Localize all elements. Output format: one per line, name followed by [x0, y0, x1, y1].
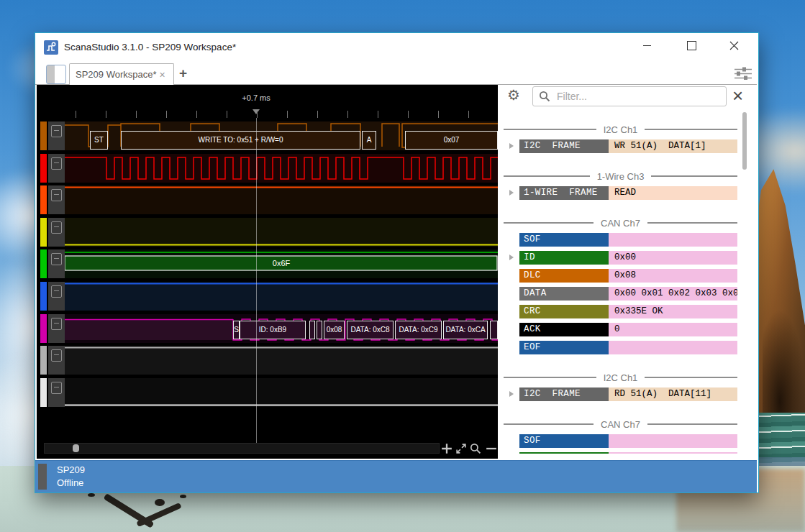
decode-box[interactable] — [317, 321, 322, 339]
decode-box[interactable] — [490, 321, 498, 339]
decode-box[interactable]: ST — [90, 131, 108, 150]
timeline-tick — [468, 111, 469, 118]
item-label: SOF — [519, 434, 609, 448]
tab-close-icon[interactable]: × — [160, 70, 165, 80]
decode-box[interactable]: ID: 0xB9 — [240, 321, 306, 339]
waveform-row-ch5-uart[interactable]: 0x6F — [65, 249, 498, 278]
decode-box[interactable]: 0x08 — [324, 321, 345, 339]
channel-color-strip-ch8[interactable] — [40, 346, 47, 375]
expand-arrow-icon[interactable] — [509, 190, 514, 196]
expand-arrow-icon[interactable] — [509, 143, 514, 149]
channel-collapse-button[interactable] — [51, 318, 62, 330]
item-value — [609, 341, 737, 354]
decoded-item-row[interactable]: I2C FRAMERD 51(A) DATA[11] — [519, 387, 737, 401]
channel-color-strip-ch3-1wire[interactable] — [40, 185, 47, 214]
timeline-tick — [317, 111, 318, 118]
timeline-tick — [76, 111, 76, 118]
waveform-row-ch3-1wire[interactable] — [65, 185, 498, 214]
decoded-item-row[interactable]: I2C FRAMEWR 51(A) DATA[1] — [519, 139, 737, 153]
decode-box[interactable]: A — [362, 131, 376, 150]
item-label: I2C FRAME — [519, 139, 609, 153]
item-label: CRC — [519, 305, 609, 318]
decoded-item-row[interactable]: 1-WIRE FRAMEREAD — [519, 186, 737, 200]
tab-settings-sliders-icon[interactable] — [734, 67, 752, 80]
item-value: WR 51(A) DATA[1] — [609, 139, 737, 153]
channel-color-strip-ch1-i2c[interactable] — [40, 121, 47, 150]
gear-icon[interactable]: ⚙ — [507, 86, 520, 104]
waveform-row-ch1-i2c[interactable]: STWRITE TO: 0x51 + R/W=0A0x07 — [65, 121, 498, 150]
waveform-row-ch2-clock[interactable] — [65, 154, 498, 183]
channel-collapse-button[interactable] — [51, 157, 62, 170]
decoded-item-row[interactable]: SOF — [519, 233, 737, 247]
decode-box[interactable]: DATA: 0xC9 — [395, 321, 442, 339]
decoded-item-row[interactable]: ID0x00 — [519, 452, 737, 454]
close-button[interactable] — [722, 33, 746, 58]
panel-scrollbar-thumb[interactable] — [742, 112, 747, 170]
minimize-button[interactable] — [635, 33, 659, 58]
item-value — [609, 233, 737, 247]
decode-box[interactable]: 0x07 — [405, 131, 498, 150]
waveform-view[interactable]: +0.7 ms STWRITE TO: 0x51 + R/W=0A0x070x6… — [37, 85, 498, 459]
filter-input[interactable] — [555, 90, 726, 103]
device-status-bar[interactable]: SP209 Offline — [35, 460, 757, 492]
decode-box[interactable]: WRITE TO: 0x51 + R/W=0 — [121, 131, 360, 150]
pane-toggle-button[interactable] — [46, 65, 66, 84]
title-bar[interactable]: ScanaStudio 3.1.0 - SP209 Workspace* — [35, 33, 757, 62]
channel-color-strip-ch4[interactable] — [40, 218, 47, 247]
frame-label: 0x6F — [65, 256, 498, 270]
channel-collapse-button[interactable] — [51, 253, 62, 265]
channel-collapse-button[interactable] — [51, 125, 62, 137]
zoom-in-plus-icon[interactable] — [441, 443, 452, 454]
timeline-tick — [166, 111, 167, 118]
decoded-item-row[interactable]: SOF — [519, 434, 737, 448]
channel-collapse-button[interactable] — [51, 382, 62, 394]
item-label: ID — [519, 452, 609, 454]
close-icon — [729, 41, 739, 50]
channel-color-strip-ch6[interactable] — [40, 282, 47, 311]
tab-sp209-workspace[interactable]: SP209 Workspace* × — [69, 63, 174, 85]
channel-color-strip-ch9[interactable] — [40, 378, 47, 407]
item-label: ACK — [519, 323, 609, 336]
filter-search-box[interactable] — [532, 86, 727, 106]
channel-color-strip-ch5-uart[interactable] — [40, 249, 47, 278]
channel-collapse-button[interactable] — [51, 221, 62, 234]
item-value: 0x00 — [609, 251, 737, 265]
panel-close-icon[interactable]: × — [732, 85, 743, 106]
decoded-item-row[interactable]: CRC0x335E OK — [519, 305, 737, 318]
channel-collapse-button[interactable] — [51, 189, 62, 201]
time-cursor-line[interactable] — [256, 118, 257, 443]
decoded-item-row[interactable]: ID0x00 — [519, 251, 737, 265]
channel-collapse-button[interactable] — [51, 285, 62, 298]
expand-fit-icon[interactable] — [455, 443, 467, 454]
channel-color-strip-ch2-clock[interactable] — [40, 154, 47, 183]
waveform-row-ch4[interactable] — [65, 218, 498, 247]
decoded-item-row[interactable]: EOF — [519, 341, 737, 354]
zoom-search-icon[interactable] — [470, 443, 481, 454]
tab-label: SP209 Workspace* — [76, 69, 157, 80]
decode-box[interactable]: DATA: 0xCA — [443, 321, 488, 339]
item-label: I2C FRAME — [519, 387, 609, 401]
maximize-button[interactable] — [679, 33, 704, 58]
expand-arrow-icon[interactable] — [509, 391, 514, 397]
zoom-out-minus-icon[interactable] — [486, 443, 497, 454]
item-value: 0x00 — [609, 452, 737, 454]
waveform-row-ch7-can[interactable]: SID: 0xB90x08DATA: 0xC8DATA: 0xC9DATA: 0… — [65, 314, 498, 343]
decoded-item-row[interactable]: ACK0 — [519, 323, 737, 336]
waveform-row-ch9[interactable] — [65, 378, 498, 407]
decoded-item-row[interactable]: DLC0x08 — [519, 269, 737, 283]
channel-color-strip-ch7-can[interactable] — [40, 314, 47, 343]
waveform-row-ch8[interactable] — [65, 346, 498, 375]
waveform-row-ch6[interactable] — [65, 282, 498, 311]
scrollbar-thumb[interactable] — [73, 444, 79, 452]
horizontal-scrollbar[interactable] — [44, 443, 440, 454]
channel-collapse-button[interactable] — [51, 349, 62, 362]
timeline-tick — [287, 111, 288, 118]
decode-box[interactable] — [309, 321, 315, 339]
decode-box[interactable]: DATA: 0xC8 — [347, 321, 394, 339]
add-tab-button[interactable]: + — [179, 65, 187, 81]
driftwood — [155, 499, 165, 506]
decode-box[interactable]: S — [233, 321, 240, 339]
expand-arrow-icon[interactable] — [509, 254, 514, 260]
decoded-item-row[interactable]: DATA0x00 0x01 0x02 0x03 0x04 — [519, 287, 737, 301]
time-cursor-marker-icon[interactable] — [253, 109, 260, 114]
